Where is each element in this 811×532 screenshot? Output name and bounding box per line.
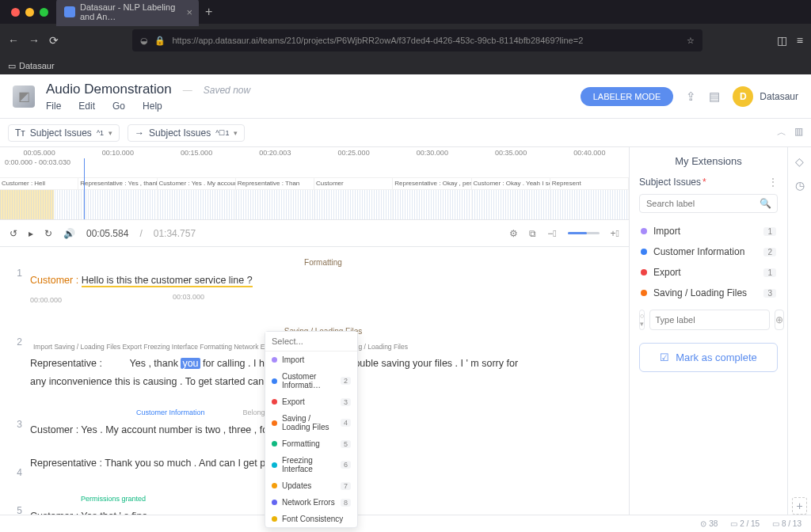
waveform[interactable]	[0, 190, 629, 220]
add-label-button[interactable]: ⊕	[775, 310, 784, 330]
menu-edit[interactable]: Edit	[78, 101, 95, 112]
sidebar-title: My Extensions	[639, 155, 778, 167]
minimize-window-icon[interactable]	[25, 8, 34, 17]
new-label-input[interactable]	[649, 310, 770, 330]
menu-help[interactable]: Help	[143, 101, 162, 112]
label-count: 3	[763, 289, 776, 298]
keyboard-hint: 8	[341, 499, 351, 507]
label-popup: ImportCustomer Informati…2Export3Saving …	[265, 331, 358, 528]
tab-title: Datasaur - NLP Labeling and An…	[80, 2, 177, 21]
popup-label-option[interactable]: Formatting5	[265, 435, 357, 452]
caption-segment[interactable]: Customer : Yes . My account number is tw…	[158, 178, 236, 189]
play-icon[interactable]: ▸	[29, 228, 33, 239]
status-stat: ▭ 8 / 13	[772, 519, 801, 528]
back-icon[interactable]: ←	[8, 34, 19, 47]
app-logo-icon[interactable]: ◩	[13, 86, 35, 108]
forward-icon[interactable]: →	[29, 34, 40, 47]
transcript-row: 1 Formatting Customer : Hello is this th…	[8, 255, 616, 310]
caption-segment[interactable]: Representative : Yes , thank you for cal…	[78, 178, 157, 189]
clock-icon[interactable]: ◷	[795, 179, 805, 192]
popup-label-option[interactable]: Export3	[265, 393, 357, 410]
menu-icon[interactable]: ≡	[797, 34, 803, 47]
reload-icon[interactable]: ⟳	[49, 34, 59, 47]
url-bar[interactable]: ◒ 🔒 https://app.datasaur.ai/teams/210/pr…	[132, 29, 702, 51]
menu-file[interactable]: File	[46, 101, 61, 112]
caption-segment[interactable]: Customer : Hell	[0, 178, 78, 189]
search-input[interactable]	[639, 194, 778, 213]
search-label: 🔍	[639, 194, 778, 213]
keyboard-hint: 6	[341, 461, 351, 469]
caption-segment[interactable]: Representative : Okay , perfect . When y	[393, 178, 471, 189]
add-extension-icon[interactable]: +	[792, 497, 806, 515]
folder-icon: ▭	[8, 61, 16, 71]
color-dot-icon	[272, 378, 277, 384]
labeler-mode-button[interactable]: LABELER MODE	[581, 87, 674, 106]
crop-icon[interactable]: ⧉	[529, 228, 536, 239]
label-set-selector-right[interactable]: → Subject Issues ^☐1 ▾	[128, 124, 245, 142]
line-number: 2	[8, 324, 22, 393]
caption-segment[interactable]: Represent	[550, 178, 629, 189]
mark-complete-button[interactable]: ☑ Mark as complete	[639, 343, 778, 372]
playback-bar: ↺ ▸ ↻ 🔊 00:05.584 / 01:34.757 ⚙ ⧉ −⃝ +⃝	[0, 220, 629, 247]
gear-icon[interactable]: ⚙	[509, 228, 518, 239]
popup-label-option[interactable]: Customer Informati…2	[265, 368, 357, 393]
sidebar-label-item[interactable]: Import1	[639, 221, 778, 241]
toolbar: Tт Subject Issues ^1 ▾ → Subject Issues …	[0, 119, 811, 147]
popup-search-input[interactable]	[265, 332, 357, 352]
forward-icon[interactable]: ↻	[44, 228, 52, 239]
caption-segment[interactable]: Representative : Than	[236, 178, 314, 189]
zoom-in-icon[interactable]: +⃝	[611, 228, 619, 239]
selected-range: 0:00.000 - 00:03.030	[5, 158, 70, 166]
popup-label-option[interactable]: Updates7	[265, 477, 357, 494]
color-dot-icon	[272, 399, 277, 405]
keyboard-hint: 2	[341, 377, 351, 385]
comment-icon[interactable]: ▤	[709, 89, 720, 104]
maximize-window-icon[interactable]	[40, 8, 48, 17]
sidebar-label-item[interactable]: Customer Information2	[639, 241, 778, 262]
keyboard-hint: 3	[341, 398, 351, 406]
zoom-out-icon[interactable]: −⃝	[547, 228, 556, 239]
color-picker[interactable]: ○ ▾	[639, 310, 645, 330]
tag-icon[interactable]: ◇	[795, 155, 804, 168]
selected-token[interactable]: you	[181, 358, 200, 369]
time-current: 00:05.584	[86, 228, 128, 239]
sidebar-label-item[interactable]: Export1	[639, 262, 778, 283]
caption-segment[interactable]: Customer : Okay . Yeah I see	[472, 178, 550, 189]
share-icon[interactable]: ⇪	[686, 89, 696, 104]
close-window-icon[interactable]	[11, 8, 20, 17]
popup-label-option[interactable]: Font Consistency	[265, 511, 357, 527]
rewind-icon[interactable]: ↺	[10, 228, 17, 239]
volume-icon[interactable]: 🔊	[63, 228, 75, 239]
color-dot-icon	[641, 228, 647, 234]
popup-label-option[interactable]: Saving / Loading Files4	[265, 410, 357, 435]
popup-label-option[interactable]: Import	[265, 352, 357, 368]
label-count: 1	[763, 268, 776, 277]
bookmark-star-icon[interactable]: ☆	[687, 36, 695, 46]
label-count: 2	[763, 248, 776, 256]
color-dot-icon	[272, 516, 277, 522]
window-controls	[11, 8, 48, 17]
menu-bar: File Edit Go Help	[46, 101, 250, 112]
popup-label-option[interactable]: Network Errors8	[265, 494, 357, 511]
audio-timeline[interactable]: 00:05.00000:10.00000:15.00000:20.00300:2…	[0, 147, 629, 220]
menu-go[interactable]: Go	[112, 101, 125, 112]
sidebar-label-item[interactable]: Saving / Loading Files3	[639, 283, 778, 303]
search-icon[interactable]: 🔍	[760, 198, 771, 209]
reader-icon[interactable]: ◫	[777, 34, 787, 47]
label-set-selector-left[interactable]: Tт Subject Issues ^1 ▾	[8, 124, 120, 142]
browser-tab[interactable]: Datasaur - NLP Labeling and An… ×	[56, 0, 199, 26]
more-icon[interactable]: ⋮	[768, 177, 778, 188]
color-dot-icon	[272, 420, 277, 426]
bookmark-folder[interactable]: ▭ Datasaur	[8, 61, 55, 71]
popup-label-option[interactable]: Freezing Interface6	[265, 452, 357, 477]
layout-icon[interactable]: ▥	[794, 126, 803, 139]
caption-segment[interactable]: Customer	[314, 178, 393, 189]
transcript-text[interactable]: Hello is this the customer service line …	[82, 275, 253, 287]
new-tab-button[interactable]: +	[205, 5, 212, 19]
collapse-icon[interactable]: ︿	[777, 126, 786, 139]
close-tab-icon[interactable]: ×	[186, 6, 192, 18]
time-mark: 00:40.000	[550, 149, 629, 157]
save-status: Saved now	[204, 85, 250, 96]
user-chip[interactable]: D Datasaur	[733, 86, 798, 107]
zoom-slider[interactable]	[568, 232, 600, 234]
